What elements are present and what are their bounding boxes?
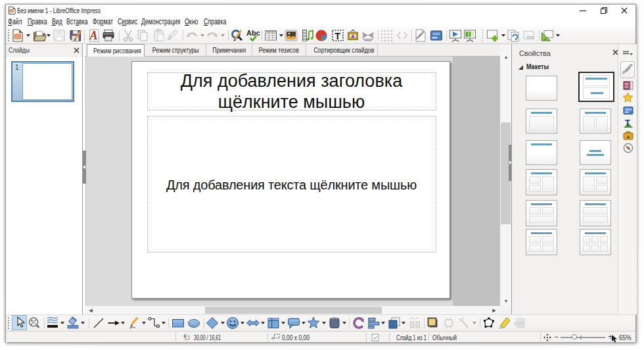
svg-text:Abc: Abc (246, 29, 260, 37)
svg-text:A: A (89, 29, 97, 42)
svg-text:T: T (625, 118, 630, 128)
svg-text:T: T (335, 31, 341, 41)
